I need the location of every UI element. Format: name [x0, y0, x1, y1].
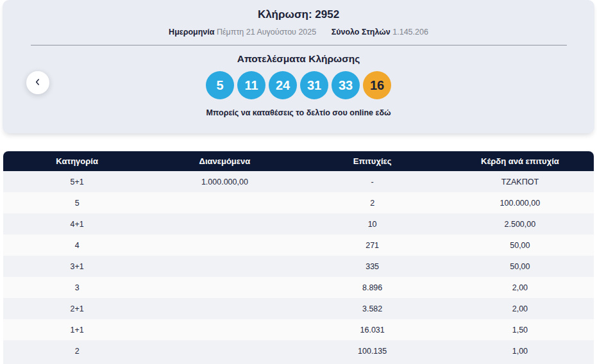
cell-winners: 335	[299, 262, 446, 271]
deposit-online-link[interactable]: Μπορείς να καταθέσεις το δελτίο σου onli…	[206, 108, 391, 117]
prize-table: Κατηγορία Διανεμόμενα Επιτυχίες Κέρδη αν…	[3, 151, 594, 364]
next-row-edge	[3, 361, 594, 364]
results-title: Αποτελέσματα Κλήρωσης	[3, 53, 594, 65]
table-row: 3+1 335 50,00	[3, 256, 594, 277]
joker-number-ball: 16	[363, 71, 391, 99]
date-value: Πέμπτη 21 Αυγούστου 2025	[217, 28, 316, 37]
draw-meta: Ημερομηνία Πέμπτη 21 Αυγούστου 2025 Σύνο…	[3, 28, 594, 37]
cell-winners: -	[299, 178, 446, 186]
cell-category: 3+1	[3, 262, 151, 271]
table-row: 1+1 16.031 1,50	[3, 319, 594, 340]
cell-prize: 100.000,00	[446, 199, 594, 208]
cell-winners: 16.031	[299, 326, 446, 335]
cell-distributed: 1.000.000,00	[151, 178, 298, 186]
columns-value: 1.145.206	[392, 28, 428, 37]
draw-summary-card: Κλήρωση: 2952 Ημερομηνία Πέμπτη 21 Αυγού…	[3, 0, 594, 133]
cell-prize: 50,00	[446, 241, 594, 250]
winning-number-ball: 11	[237, 71, 265, 99]
columns-label: Σύνολο Στηλών	[332, 28, 391, 37]
winning-number-ball: 31	[300, 71, 328, 99]
cell-winners: 8.896	[299, 283, 446, 292]
header-winners: Επιτυχίες	[299, 156, 446, 166]
cell-category: 4	[3, 241, 151, 250]
cell-category: 5	[3, 199, 151, 208]
total-columns: Σύνολο Στηλών 1.145.206	[332, 28, 428, 37]
winning-number-ball: 5	[206, 71, 234, 99]
table-row: 4 271 50,00	[3, 235, 594, 256]
divider	[31, 45, 567, 46]
cell-prize: 2,00	[446, 283, 594, 292]
draw-date: Ημερομηνία Πέμπτη 21 Αυγούστου 2025	[169, 28, 316, 37]
cell-prize: 1,00	[446, 347, 594, 356]
table-row: 5+1 1.000.000,00 - ΤΖΑΚΠΟΤ	[3, 171, 594, 192]
table-row: 5 2 100.000,00	[3, 192, 594, 213]
previous-draw-button[interactable]	[26, 71, 49, 94]
cell-category: 2+1	[3, 304, 151, 313]
cell-prize: ΤΖΑΚΠΟΤ	[446, 178, 594, 186]
cell-category: 1+1	[3, 326, 151, 335]
cell-winners: 271	[299, 241, 446, 250]
cell-category: 3	[3, 283, 151, 292]
cell-winners: 100.135	[299, 347, 446, 356]
table-row: 3 8.896 2,00	[3, 277, 594, 298]
date-label: Ημερομηνία	[169, 28, 214, 37]
header-distributed: Διανεμόμενα	[151, 156, 298, 166]
winning-number-ball: 33	[332, 71, 360, 99]
cell-winners: 3.582	[299, 304, 446, 313]
table-row: 4+1 10 2.500,00	[3, 213, 594, 235]
header-category: Κατηγορία	[3, 156, 151, 166]
cell-prize: 2.500,00	[446, 220, 594, 229]
prize-table-header: Κατηγορία Διανεμόμενα Επιτυχίες Κέρδη αν…	[3, 151, 594, 171]
cell-prize: 50,00	[446, 262, 594, 271]
cell-winners: 10	[299, 220, 446, 229]
cell-category: 2	[3, 347, 151, 356]
cell-prize: 1,50	[446, 326, 594, 335]
table-row: 2+1 3.582 2,00	[3, 298, 594, 319]
table-row: 2 100.135 1,00	[3, 340, 594, 361]
winning-numbers: 5 11 24 31 33 16	[3, 71, 594, 99]
cell-category: 4+1	[3, 220, 151, 229]
draw-title: Κλήρωση: 2952	[3, 0, 594, 21]
chevron-left-icon	[33, 78, 42, 88]
cell-category: 5+1	[3, 178, 151, 186]
winning-number-ball: 24	[269, 71, 297, 99]
cell-prize: 2,00	[446, 304, 594, 313]
cell-winners: 2	[299, 199, 446, 208]
header-prize-per-winner: Κέρδη ανά επιτυχία	[446, 156, 594, 166]
